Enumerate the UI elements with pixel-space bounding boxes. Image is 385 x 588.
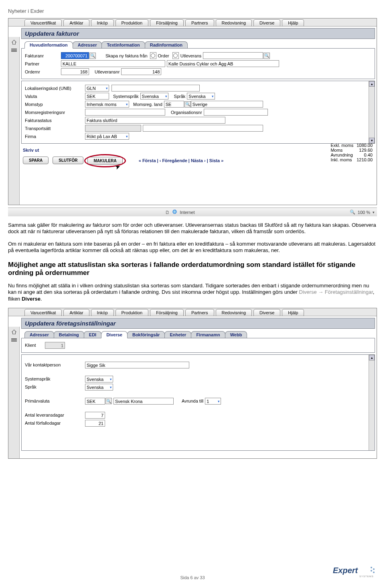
primarvaluta-label: Primärvaluta: [25, 399, 85, 403]
systemsprak-label: Systemspråk: [25, 376, 85, 381]
globe-icon: [172, 209, 177, 215]
paragraph: Om ni makulerar en faktura som inte base…: [8, 241, 377, 254]
orgnr-input[interactable]: [204, 109, 268, 116]
momsregland-input[interactable]: SE: [164, 101, 184, 108]
lookup-icon[interactable]: 🔍: [105, 398, 112, 404]
tab-betalning[interactable]: Betalning: [54, 331, 84, 338]
ordernr-input[interactable]: 168: [61, 68, 89, 75]
internet-label: Internet: [180, 210, 195, 215]
home-icon[interactable]: [11, 329, 17, 336]
utleverans-radio-label: Utleverans: [180, 53, 202, 58]
menu-varucertifikat[interactable]: Varucertifikat: [24, 19, 62, 26]
tab-adresser[interactable]: Adresser: [24, 331, 54, 338]
lookup-icon[interactable]: 🔍: [263, 53, 270, 59]
menu-forsaljning[interactable]: Försäljning: [150, 309, 184, 316]
menu-diverse[interactable]: Diverse: [253, 19, 280, 26]
tab-enheter[interactable]: Enheter: [164, 331, 191, 338]
sprak-select[interactable]: Svenska: [85, 384, 113, 391]
sprak-label: Språk: [25, 385, 85, 389]
partner-input[interactable]: KALLE: [61, 60, 165, 67]
menu-inkop[interactable]: Inköp: [91, 19, 114, 26]
invoice-screenshot: Varucertifikat Artiklar Inköp Produktion…: [8, 18, 377, 205]
svg-point-6: [373, 572, 375, 573]
tab-edi[interactable]: EDI: [84, 331, 101, 338]
momsregnr-input[interactable]: [85, 109, 165, 116]
systemsprak-select[interactable]: Svenska: [140, 93, 168, 100]
menu-produktion[interactable]: Produktion: [116, 309, 149, 316]
tab-bokforingsar[interactable]: Bokföringsår: [127, 331, 165, 338]
forfallodagar-label: Antal förfallodagar: [25, 421, 85, 425]
scrollbar[interactable]: ▴: [369, 355, 375, 450]
menubar: Varucertifikat Artiklar Inköp Produktion…: [8, 308, 377, 316]
home-icon[interactable]: [11, 39, 17, 46]
lookup-icon[interactable]: 🔍: [89, 53, 96, 59]
forfallodagar-input[interactable]: 21: [85, 420, 105, 427]
menu-inkop[interactable]: Inköp: [91, 309, 114, 316]
scroll-up-icon[interactable]: ▴: [369, 81, 375, 87]
section-title: Uppdatera företagsinställningar: [21, 318, 375, 329]
menu-artiklar[interactable]: Artiklar: [63, 19, 89, 26]
menu-forsaljning[interactable]: Försäljning: [150, 19, 184, 26]
lookup-icon[interactable]: 🔍: [184, 101, 191, 108]
makulera-button[interactable]: MAKULERA: [87, 157, 122, 165]
lokaliseringskod-select[interactable]: GLN: [85, 85, 109, 92]
transportsatt-input[interactable]: [85, 125, 141, 132]
skriv-ut-link[interactable]: Skriv ut: [23, 148, 39, 153]
menu-hjalp[interactable]: Hjälp: [282, 19, 304, 26]
orgnr-label: Organisationsnr: [171, 110, 202, 115]
tab-adresser[interactable]: Adresser: [73, 41, 102, 48]
fakturastatus-label: Fakturastatus: [25, 118, 85, 123]
zoom-dropdown-icon[interactable]: ▾: [373, 210, 375, 214]
menu-diverse[interactable]: Diverse: [253, 309, 280, 316]
utleveransnr-input[interactable]: 148: [121, 68, 161, 75]
firma-select[interactable]: Rökt på Lax AB: [85, 133, 129, 140]
partner-name: Kalle Dussins Cyklar och Ägg AB: [167, 60, 279, 67]
tab-webb[interactable]: Webb: [225, 331, 247, 338]
slutfor-button[interactable]: SLUTFÖR: [53, 157, 83, 164]
menu-partners[interactable]: Partners: [185, 309, 214, 316]
menu-partners[interactable]: Partners: [185, 19, 214, 26]
spara-button[interactable]: SPARA: [23, 157, 49, 164]
menu-varucertifikat[interactable]: Varucertifikat: [24, 309, 62, 316]
scroll-up-icon[interactable]: ▴: [369, 355, 375, 360]
page-footer: Sida 6 av 33: [0, 575, 385, 580]
menu-redovisning[interactable]: Redovisning: [216, 309, 252, 316]
list-icon[interactable]: [11, 49, 17, 52]
tab-firmanamn[interactable]: Firmanamn: [191, 331, 225, 338]
scrollbar[interactable]: ▴ ▾: [369, 81, 375, 143]
momstyp-select[interactable]: Inhemsk moms: [85, 101, 129, 108]
security-icon: 🗋: [165, 210, 170, 215]
zoom-icon[interactable]: 🔍: [350, 210, 355, 215]
order-radio-label: Order: [158, 53, 169, 58]
menu-hjalp[interactable]: Hjälp: [282, 309, 304, 316]
left-toolbar: [8, 327, 20, 458]
order-radio[interactable]: [150, 52, 156, 59]
kontakt-input[interactable]: Sigge Sik: [85, 362, 189, 368]
lokaliseringskod-input[interactable]: [111, 85, 200, 92]
sprak-select[interactable]: Svenska: [187, 93, 215, 100]
menu-redovisning[interactable]: Redovisning: [216, 19, 252, 26]
leveransdagar-input[interactable]: 7: [85, 412, 105, 419]
momsregland-country: Sverige: [191, 101, 263, 108]
avrunda-label: Avrunda till: [182, 399, 203, 403]
utleverans-radio[interactable]: [172, 52, 179, 59]
menu-artiklar[interactable]: Artiklar: [63, 309, 89, 316]
tab-radinformation[interactable]: Radinformation: [145, 41, 188, 48]
skapa-input[interactable]: [203, 52, 263, 59]
tab-huvudinformation[interactable]: Huvudinformation: [24, 41, 73, 49]
avrunda-select[interactable]: 1: [205, 398, 221, 405]
valuta-input[interactable]: SEK: [85, 93, 109, 100]
scroll-down-icon[interactable]: ▾: [369, 138, 375, 143]
record-nav[interactable]: « Första | ‹ Föregående | Nästa › | Sist…: [139, 158, 224, 163]
leveransdagar-label: Antal leveransdagar: [25, 413, 85, 417]
menu-produktion[interactable]: Produktion: [116, 19, 149, 26]
primarvaluta-input[interactable]: SEK: [85, 398, 105, 405]
list-icon[interactable]: [11, 338, 17, 342]
systemsprak-select[interactable]: Svenska: [85, 376, 113, 383]
paragraph: Nu finns möjlighet att ställa in i vilke…: [8, 283, 377, 302]
expert-logo: Expert SYSTEMS: [333, 564, 377, 580]
svg-point-4: [373, 568, 375, 570]
tab-diverse[interactable]: Diverse: [101, 331, 128, 338]
fakturanr-input[interactable]: 200700071: [61, 52, 89, 59]
tab-textinformation[interactable]: Textinformation: [101, 41, 145, 48]
